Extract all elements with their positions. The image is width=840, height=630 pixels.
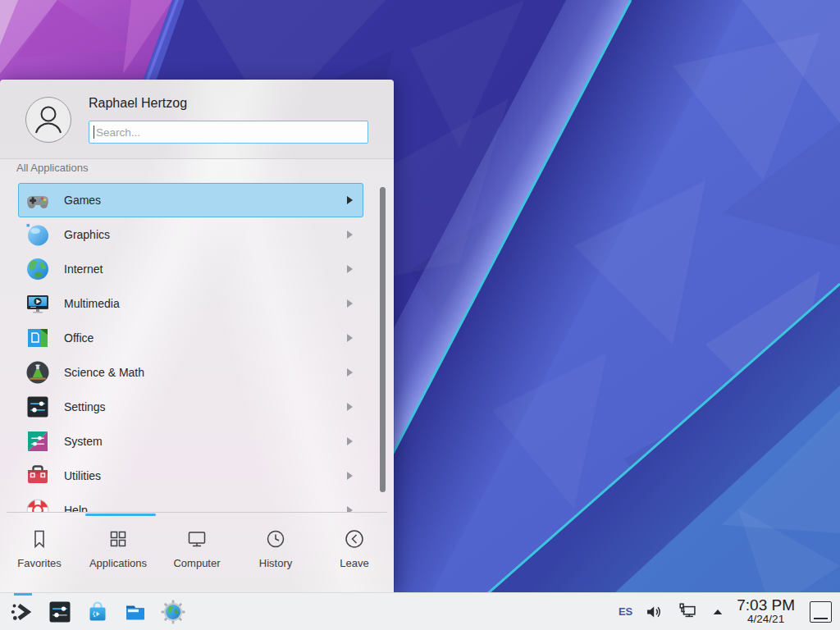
show-desktop-widget[interactable] xyxy=(810,601,832,623)
system-icon xyxy=(25,428,51,454)
web-globe-button[interactable] xyxy=(154,593,192,630)
file-manager-button[interactable] xyxy=(116,593,154,630)
menu-item-label: Settings xyxy=(64,400,106,413)
menu-item-label: Multimedia xyxy=(64,297,120,310)
launcher-header: Raphael Hertzog xyxy=(0,80,394,159)
multimedia-icon xyxy=(25,290,51,317)
discover-icon xyxy=(84,599,111,625)
menu-item-science-math[interactable]: Science & Math xyxy=(18,355,363,390)
taskbar-launchers xyxy=(0,593,192,630)
clock-date: 4/24/21 xyxy=(737,614,795,626)
menu-item-settings[interactable]: Settings xyxy=(18,390,363,424)
submenu-arrow-icon xyxy=(347,368,353,377)
category-list: Games Graphics xyxy=(0,183,394,512)
history-clock-icon xyxy=(264,527,287,550)
menu-item-label: Games xyxy=(64,194,101,207)
user-name: Raphael Hertzog xyxy=(89,96,187,111)
menu-item-label: Science & Math xyxy=(64,366,144,379)
text-caret xyxy=(94,126,94,139)
tab-label: Favorites xyxy=(17,557,61,569)
help-icon xyxy=(25,497,51,512)
menu-item-label: Graphics xyxy=(64,228,110,241)
user-icon xyxy=(26,98,71,142)
tab-history[interactable]: History xyxy=(236,513,315,592)
discover-button[interactable] xyxy=(79,593,116,630)
menu-item-office[interactable]: Office xyxy=(18,321,363,355)
submenu-arrow-icon xyxy=(347,265,353,273)
menu-item-label: Help xyxy=(64,504,88,512)
menu-item-internet[interactable]: Internet xyxy=(18,252,363,286)
search-input[interactable] xyxy=(89,121,368,144)
app-launcher-button[interactable] xyxy=(3,593,41,630)
tab-label: History xyxy=(259,557,292,569)
tab-applications[interactable]: Applications xyxy=(79,513,158,592)
volume-icon[interactable] xyxy=(644,601,665,623)
expand-tray-arrow-icon[interactable] xyxy=(710,605,725,619)
tab-label: Leave xyxy=(340,557,368,569)
application-launcher-menu: Raphael Hertzog All Applications Games xyxy=(0,80,394,592)
submenu-arrow-icon xyxy=(347,506,353,512)
computer-icon xyxy=(185,527,208,550)
menu-item-label: Office xyxy=(64,331,94,345)
internet-icon xyxy=(25,256,51,282)
menu-item-label: System xyxy=(64,435,103,448)
network-icon[interactable] xyxy=(677,600,699,623)
tab-computer[interactable]: Computer xyxy=(158,513,236,592)
science-math-icon xyxy=(25,359,51,386)
games-icon xyxy=(25,187,51,213)
settings-icon xyxy=(25,394,51,420)
digital-clock[interactable]: 7:03 PM 4/24/21 xyxy=(737,597,795,626)
launcher-tabbar: Favorites Applications C xyxy=(0,513,394,592)
menu-item-system[interactable]: System xyxy=(18,424,363,459)
leave-icon xyxy=(343,527,366,550)
menu-item-multimedia[interactable]: Multimedia xyxy=(18,286,363,321)
user-avatar[interactable] xyxy=(25,97,71,143)
desktop: Raphael Hertzog All Applications Games xyxy=(0,0,840,630)
menu-item-utilities[interactable]: Utilities xyxy=(18,459,363,493)
tab-label: Computer xyxy=(173,557,220,569)
section-label: All Applications xyxy=(16,162,88,174)
taskbar-panel: ES 7:03 PM 4/24/21 xyxy=(0,592,840,630)
globe-gear-icon xyxy=(160,599,186,625)
app-launcher-icon xyxy=(9,599,35,625)
utilities-icon xyxy=(25,463,51,489)
system-settings-icon xyxy=(47,599,73,625)
tab-favorites[interactable]: Favorites xyxy=(0,513,79,592)
favorites-icon xyxy=(28,527,51,550)
submenu-arrow-icon xyxy=(347,299,353,308)
list-scrollbar[interactable] xyxy=(380,187,386,492)
menu-item-graphics[interactable]: Graphics xyxy=(18,217,363,252)
submenu-arrow-icon xyxy=(347,334,353,342)
submenu-arrow-icon xyxy=(347,403,353,411)
graphics-icon xyxy=(25,221,51,248)
office-icon xyxy=(25,325,51,351)
menu-item-help[interactable]: Help xyxy=(18,493,363,512)
system-tray: ES 7:03 PM 4/24/21 xyxy=(619,597,840,626)
submenu-arrow-icon xyxy=(347,196,353,204)
submenu-arrow-icon xyxy=(347,231,353,239)
applications-grid-icon xyxy=(107,527,130,550)
tab-leave[interactable]: Leave xyxy=(315,513,394,592)
menu-item-label: Utilities xyxy=(64,469,101,482)
clock-time: 7:03 PM xyxy=(737,597,795,614)
menu-item-games[interactable]: Games xyxy=(18,183,363,217)
keyboard-layout-indicator[interactable]: ES xyxy=(619,605,632,618)
system-settings-button[interactable] xyxy=(41,593,79,630)
tab-label: Applications xyxy=(89,557,147,569)
submenu-arrow-icon xyxy=(347,437,353,445)
submenu-arrow-icon xyxy=(347,472,353,480)
file-manager-icon xyxy=(122,599,148,625)
menu-item-label: Internet xyxy=(64,262,103,276)
